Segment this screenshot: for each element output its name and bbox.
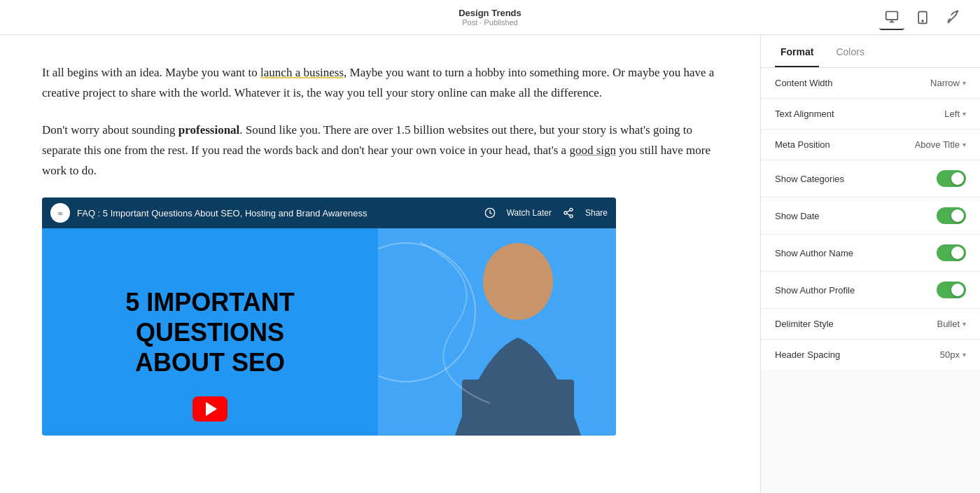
paragraph-2: Don't worry about sounding professional.… bbox=[42, 120, 718, 181]
view-controls bbox=[879, 5, 966, 30]
page-subtitle: Post · Published bbox=[458, 18, 522, 27]
video-topbar: ∞ FAQ : 5 Important Questions About SEO,… bbox=[42, 197, 616, 228]
video-big-title: 5 IMPORTANT QUESTIONS ABOUT SEO bbox=[125, 287, 294, 378]
svg-line-10 bbox=[567, 211, 570, 213]
panel-tabs: Format Colors bbox=[761, 35, 980, 68]
row-meta-position: Meta Position Above Title ▾ bbox=[761, 130, 980, 160]
show-categories-label: Show Categories bbox=[775, 174, 844, 184]
clock-icon bbox=[484, 207, 496, 218]
chevron-down-icon: ▾ bbox=[962, 320, 966, 328]
video-title: FAQ : 5 Important Questions About SEO, H… bbox=[77, 208, 368, 218]
page-info: Design Trends Post · Published bbox=[458, 8, 522, 27]
show-author-profile-label: Show Author Profile bbox=[775, 285, 855, 296]
sidebar-panel: Format Colors Content Width Narrow ▾ Tex… bbox=[760, 35, 980, 493]
main-layout: It all begins with an idea. Maybe you wa… bbox=[0, 35, 980, 493]
row-show-date: Show Date bbox=[761, 197, 980, 235]
show-date-label: Show Date bbox=[775, 211, 820, 221]
svg-point-6 bbox=[570, 209, 573, 211]
video-logo: ∞ bbox=[50, 203, 70, 223]
row-show-author-profile: Show Author Profile bbox=[761, 272, 980, 309]
row-show-categories: Show Categories bbox=[761, 160, 980, 197]
paragraph-1: It all begins with an idea. Maybe you wa… bbox=[42, 63, 718, 104]
tab-colors[interactable]: Colors bbox=[830, 35, 869, 67]
page-title: Design Trends bbox=[458, 8, 522, 18]
tab-format[interactable]: Format bbox=[775, 35, 819, 67]
video-main: 5 IMPORTANT QUESTIONS ABOUT SEO bbox=[42, 228, 616, 436]
text-alignment-dropdown[interactable]: Left ▾ bbox=[944, 109, 966, 119]
content-width-dropdown[interactable]: Narrow ▾ bbox=[930, 78, 966, 88]
bold-professional: professional bbox=[178, 123, 240, 137]
video-actions: Watch Later Share bbox=[484, 207, 608, 218]
top-bar: Design Trends Post · Published bbox=[0, 0, 980, 35]
desktop-view-button[interactable] bbox=[879, 5, 904, 30]
good-sign-link[interactable]: good sign bbox=[569, 144, 616, 157]
show-author-name-label: Show Author Name bbox=[775, 248, 853, 258]
svg-point-8 bbox=[570, 215, 573, 218]
style-editor-button[interactable] bbox=[941, 5, 966, 30]
share-label[interactable]: Share bbox=[585, 208, 608, 218]
row-show-author-name: Show Author Name bbox=[761, 235, 980, 272]
share-icon bbox=[563, 207, 574, 218]
row-content-width: Content Width Narrow ▾ bbox=[761, 68, 980, 99]
watch-later-label[interactable]: Watch Later bbox=[507, 208, 552, 218]
delimiter-style-dropdown[interactable]: Bullet ▾ bbox=[937, 319, 966, 329]
show-author-name-toggle[interactable] bbox=[937, 244, 966, 261]
svg-point-7 bbox=[564, 211, 567, 214]
play-button[interactable] bbox=[192, 396, 227, 422]
curve-decoration bbox=[385, 235, 525, 410]
launch-link[interactable]: launch a business, bbox=[260, 66, 346, 79]
svg-point-4 bbox=[922, 20, 923, 22]
row-text-alignment: Text Alignment Left ▾ bbox=[761, 99, 980, 130]
chevron-down-icon: ▾ bbox=[962, 141, 966, 148]
header-spacing-dropdown[interactable]: 50px ▾ bbox=[940, 349, 966, 360]
show-date-toggle[interactable] bbox=[937, 207, 966, 224]
chevron-down-icon: ▾ bbox=[962, 351, 966, 359]
delimiter-style-label: Delimiter Style bbox=[775, 319, 834, 329]
show-author-profile-toggle[interactable] bbox=[937, 282, 966, 298]
desktop-icon bbox=[885, 10, 899, 24]
row-header-spacing: Header Spacing 50px ▾ bbox=[761, 340, 980, 370]
video-right-panel bbox=[378, 228, 616, 436]
text-alignment-label: Text Alignment bbox=[775, 109, 834, 119]
row-delimiter-style: Delimiter Style Bullet ▾ bbox=[761, 309, 980, 340]
meta-position-label: Meta Position bbox=[775, 139, 830, 150]
tablet-icon bbox=[916, 11, 930, 25]
header-spacing-label: Header Spacing bbox=[775, 349, 840, 360]
brush-icon bbox=[946, 11, 960, 25]
svg-rect-0 bbox=[886, 11, 898, 20]
show-categories-toggle[interactable] bbox=[937, 170, 966, 187]
video-embed[interactable]: ∞ FAQ : 5 Important Questions About SEO,… bbox=[42, 197, 616, 436]
chevron-down-icon: ▾ bbox=[962, 79, 966, 87]
video-left-panel: 5 IMPORTANT QUESTIONS ABOUT SEO bbox=[42, 228, 378, 436]
chevron-down-icon: ▾ bbox=[962, 110, 966, 118]
tablet-view-button[interactable] bbox=[910, 5, 935, 30]
svg-line-9 bbox=[567, 214, 570, 216]
meta-position-dropdown[interactable]: Above Title ▾ bbox=[915, 139, 966, 150]
content-width-label: Content Width bbox=[775, 78, 832, 88]
content-area: It all begins with an idea. Maybe you wa… bbox=[0, 35, 760, 493]
